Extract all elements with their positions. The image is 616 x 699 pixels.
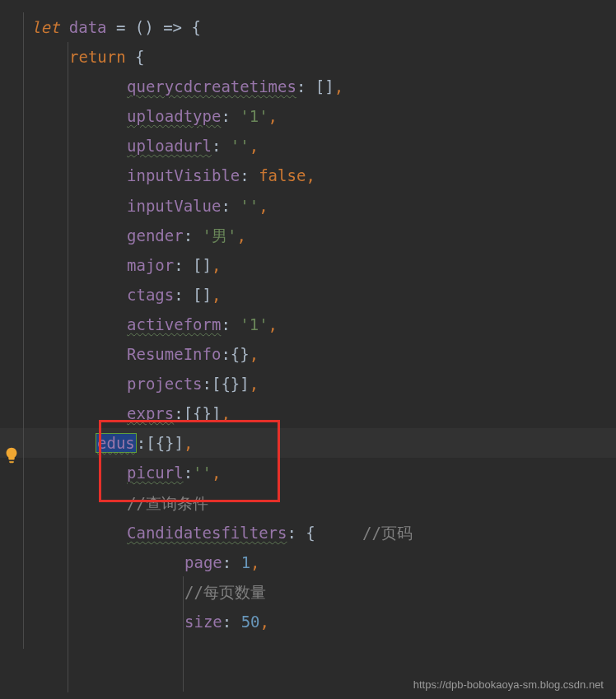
code-line[interactable]: projects:[{}], bbox=[31, 369, 608, 398]
property: page bbox=[184, 553, 222, 571]
code-line[interactable]: return { bbox=[31, 42, 608, 72]
code-editor[interactable]: let data = () => { return { querycdcreat… bbox=[0, 0, 616, 649]
code-line[interactable]: page: 1, bbox=[31, 548, 608, 577]
property: activeform bbox=[127, 315, 221, 333]
property: projects bbox=[127, 375, 203, 393]
code-line[interactable]: major: [], bbox=[31, 250, 608, 280]
code-line[interactable]: inputValue: '', bbox=[31, 191, 608, 221]
identifier-data: data bbox=[69, 18, 107, 36]
code-line[interactable]: picurl:'', bbox=[31, 458, 608, 487]
code-line[interactable]: let data = () => { bbox=[31, 12, 608, 42]
code-line[interactable]: uploadtype: '1', bbox=[31, 101, 608, 131]
property: picurl bbox=[127, 464, 184, 482]
code-line[interactable]: inputVisible: false, bbox=[31, 161, 608, 190]
code-line[interactable]: size: 50, bbox=[31, 607, 608, 636]
code-line[interactable]: //每页数量 bbox=[31, 577, 608, 607]
property: ResumeInfo bbox=[127, 345, 221, 363]
property: querycdcreatetimes bbox=[127, 77, 296, 96]
keyword-let: let bbox=[31, 18, 59, 36]
code-line-highlighted[interactable]: edus:[{}], bbox=[0, 428, 616, 458]
code-line[interactable]: Candidatesfilters: { //页码 bbox=[31, 518, 608, 548]
selected-property: edus bbox=[96, 433, 137, 453]
code-line[interactable]: activeform: '1', bbox=[31, 310, 608, 339]
property: uploadtype bbox=[127, 107, 221, 125]
property: exprs bbox=[127, 404, 174, 422]
property: major bbox=[127, 256, 174, 274]
property: inputVisible bbox=[127, 166, 240, 184]
watermark: https://dpb-bobokaoya-sm.blog.csdn.net bbox=[413, 678, 604, 691]
indent-guide bbox=[183, 576, 184, 692]
property: uploadurl bbox=[127, 137, 212, 155]
property: ctags bbox=[127, 286, 174, 304]
gutter-line bbox=[23, 12, 24, 649]
property: Candidatesfilters bbox=[127, 524, 287, 542]
code-line[interactable]: exprs:[{}], bbox=[31, 398, 608, 428]
comment: //查询条件 bbox=[127, 494, 208, 512]
code-line[interactable]: ResumeInfo:{}, bbox=[31, 339, 608, 369]
indent-guide bbox=[68, 42, 68, 692]
code-line[interactable]: //查询条件 bbox=[31, 488, 608, 518]
property: size bbox=[184, 613, 222, 631]
comment: //页码 bbox=[362, 524, 413, 542]
code-line[interactable]: uploadurl: '', bbox=[31, 131, 608, 161]
code-line[interactable]: querycdcreatetimes: [], bbox=[31, 72, 608, 101]
comment: //每页数量 bbox=[184, 583, 266, 601]
code-text: = () => { bbox=[107, 18, 201, 36]
keyword-return: return bbox=[69, 48, 126, 66]
property: inputValue bbox=[127, 197, 221, 215]
code-line[interactable]: gender: '男', bbox=[31, 221, 608, 250]
lightbulb-icon[interactable] bbox=[2, 446, 21, 468]
property: gender bbox=[127, 226, 184, 245]
code-line[interactable]: ctags: [], bbox=[31, 280, 608, 310]
